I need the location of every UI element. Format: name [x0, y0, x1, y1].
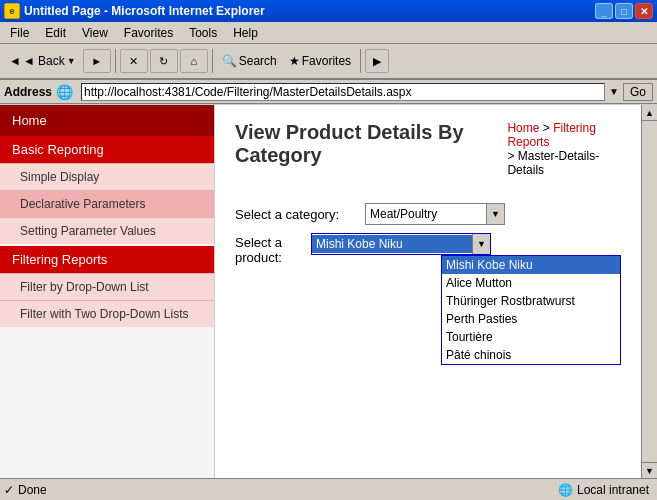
sidebar-item-simple-display[interactable]: Simple Display: [0, 163, 214, 190]
status-text: Done: [18, 483, 554, 497]
window-controls[interactable]: _ □ ✕: [595, 3, 653, 19]
category-row: Select a category: Meat/Poultry ▼: [235, 203, 621, 225]
go-button[interactable]: Go: [623, 83, 653, 101]
app-icon: e: [4, 3, 20, 19]
product-option-5[interactable]: Pâté chinois: [442, 346, 620, 364]
search-icon: 🔍: [222, 54, 237, 68]
back-arrow-icon: ◄: [9, 54, 21, 68]
address-label: Address: [4, 85, 52, 99]
sidebar-section-filtering-reports[interactable]: Filtering Reports: [0, 246, 214, 273]
toolbar-separator-3: [360, 49, 361, 73]
sidebar-item-declarative-parameters[interactable]: Declarative Parameters: [0, 190, 214, 217]
address-icon: 🌐: [56, 84, 73, 100]
status-done-icon: ✓: [4, 483, 14, 497]
maximize-button[interactable]: □: [615, 3, 633, 19]
stop-button[interactable]: ✕: [120, 49, 148, 73]
zone-icon: 🌐: [558, 483, 573, 497]
status-zone: 🌐 Local intranet: [558, 483, 649, 497]
forward-button[interactable]: ►: [83, 49, 111, 73]
product-dropdown-list: Mishi Kobe Niku Alice Mutton Thüringer R…: [441, 255, 621, 365]
product-option-1[interactable]: Alice Mutton: [442, 274, 620, 292]
product-dropdown-arrow[interactable]: ▼: [472, 234, 490, 254]
favorites-button[interactable]: ★ Favorites: [284, 51, 356, 71]
menu-favorites[interactable]: Favorites: [116, 24, 181, 42]
minimize-button[interactable]: _: [595, 3, 613, 19]
page-title: View Product Details By Category: [235, 121, 507, 167]
product-option-0[interactable]: Mishi Kobe Niku: [442, 256, 620, 274]
back-button[interactable]: ◄ ◄ Back ▼: [4, 51, 81, 71]
breadcrumb-sep2: >: [507, 149, 514, 163]
category-select[interactable]: Meat/Poultry ▼: [365, 203, 505, 225]
back-dropdown-icon[interactable]: ▼: [67, 56, 76, 66]
product-option-2[interactable]: Thüringer Rostbratwurst: [442, 292, 620, 310]
category-label: Select a category:: [235, 207, 365, 222]
star-icon: ★: [289, 54, 300, 68]
scrollbar-track: [642, 121, 657, 462]
product-label: Select a product:: [235, 233, 311, 265]
addressbar: Address 🌐 http://localhost:4381/Code/Fil…: [0, 80, 657, 104]
menubar: File Edit View Favorites Tools Help: [0, 22, 657, 44]
titlebar: e Untitled Page - Microsoft Internet Exp…: [0, 0, 657, 22]
category-dropdown-arrow[interactable]: ▼: [486, 204, 504, 224]
scrollbar-up[interactable]: ▲: [642, 105, 657, 121]
refresh-button[interactable]: ↻: [150, 49, 178, 73]
breadcrumb: Home > Filtering Reports > Master-Detail…: [507, 121, 621, 177]
menu-edit[interactable]: Edit: [37, 24, 74, 42]
product-option-3[interactable]: Perth Pasties: [442, 310, 620, 328]
favorites-label: Favorites: [302, 54, 351, 68]
category-value: Meat/Poultry: [366, 205, 486, 223]
scrollbar[interactable]: ▲ ▼: [641, 105, 657, 478]
product-option-4[interactable]: Tourtière: [442, 328, 620, 346]
product-select[interactable]: Mishi Kobe Niku ▼: [311, 233, 491, 255]
menu-view[interactable]: View: [74, 24, 116, 42]
product-select-container: Mishi Kobe Niku ▼ Mishi Kobe Niku Alice …: [311, 233, 621, 365]
scrollbar-down[interactable]: ▼: [642, 462, 657, 478]
product-value: Mishi Kobe Niku: [312, 235, 472, 253]
sidebar-item-filter-two-dropdowns[interactable]: Filter with Two Drop-Down Lists: [0, 300, 214, 327]
back-label: ◄ Back: [23, 54, 65, 68]
search-button[interactable]: 🔍 Search: [217, 51, 282, 71]
addr-go-arrow: ▼: [609, 86, 619, 97]
sidebar-item-filter-dropdown[interactable]: Filter by Drop-Down List: [0, 273, 214, 300]
media-button[interactable]: ▶: [365, 49, 389, 73]
toolbar-separator-2: [212, 49, 213, 73]
product-row: Select a product: Mishi Kobe Niku ▼ Mish…: [235, 233, 621, 365]
sidebar-item-setting-parameter-values[interactable]: Setting Parameter Values: [0, 217, 214, 244]
content-wrapper: Home Basic Reporting Simple Display Decl…: [0, 104, 657, 478]
toolbar: ◄ ◄ Back ▼ ► ✕ ↻ ⌂ 🔍 Search ★ Favorites …: [0, 44, 657, 80]
window-title: Untitled Page - Microsoft Internet Explo…: [24, 4, 265, 18]
address-input[interactable]: http://localhost:4381/Code/Filtering/Mas…: [81, 83, 605, 101]
menu-tools[interactable]: Tools: [181, 24, 225, 42]
zone-text: Local intranet: [577, 483, 649, 497]
sidebar: Home Basic Reporting Simple Display Decl…: [0, 105, 215, 478]
breadcrumb-home[interactable]: Home: [507, 121, 539, 135]
toolbar-separator-1: [115, 49, 116, 73]
breadcrumb-sep1: >: [543, 121, 553, 135]
statusbar: ✓ Done 🌐 Local intranet: [0, 478, 657, 500]
menu-file[interactable]: File: [2, 24, 37, 42]
home-button[interactable]: ⌂: [180, 49, 208, 73]
main-content: View Product Details By Category Home > …: [215, 105, 641, 478]
address-url: http://localhost:4381/Code/Filtering/Mas…: [84, 85, 412, 99]
search-label: Search: [239, 54, 277, 68]
header-area: View Product Details By Category Home > …: [235, 121, 621, 183]
menu-help[interactable]: Help: [225, 24, 266, 42]
breadcrumb-page: Master-Details-Details: [507, 149, 599, 177]
close-button[interactable]: ✕: [635, 3, 653, 19]
sidebar-section-basic-reporting[interactable]: Basic Reporting: [0, 136, 214, 163]
sidebar-home[interactable]: Home: [0, 105, 214, 136]
